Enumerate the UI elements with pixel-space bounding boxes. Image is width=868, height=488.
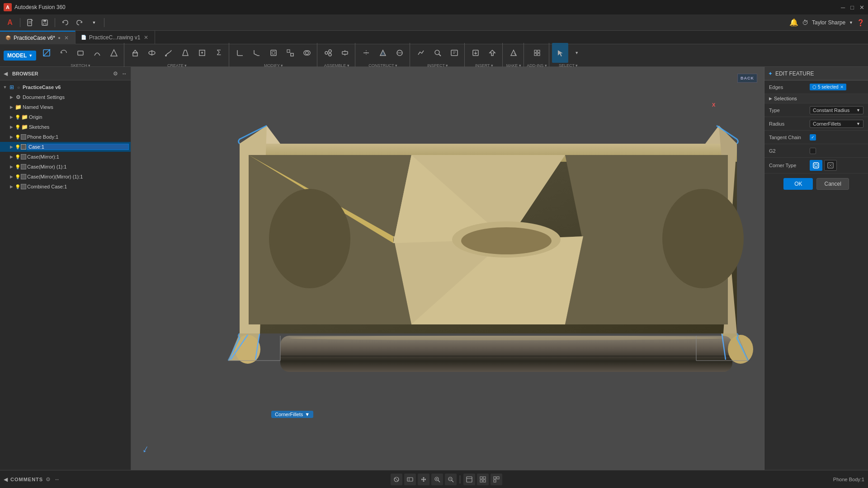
undo-toolbar-btn[interactable] [56, 43, 72, 63]
comments-settings-icon[interactable]: ⚙ [46, 476, 51, 483]
corner-type-btn-1[interactable] [810, 160, 822, 171]
assemble-btn2[interactable] [337, 43, 353, 63]
vis-combined[interactable]: 💡 [14, 183, 21, 190]
comments-expand-icon[interactable]: ↔ [54, 476, 60, 483]
insert-btn2[interactable] [484, 43, 500, 63]
vis-case1[interactable]: 💡 [14, 144, 21, 150]
ef-type-dropdown[interactable]: Constant Radius ▼ [810, 106, 863, 114]
vc-zoom-btn[interactable] [431, 474, 443, 485]
clock-icon[interactable]: ⏱ [802, 19, 808, 26]
file-btn[interactable] [24, 16, 37, 29]
sketch-create-btn[interactable] [39, 43, 55, 63]
shell-btn[interactable] [265, 43, 282, 63]
svg-marker-9 [111, 50, 117, 56]
user-name[interactable]: Taylor Sharpe [812, 19, 845, 26]
vis-case-mirror2[interactable]: 💡 [14, 164, 21, 170]
extrude-btn[interactable] [127, 43, 143, 63]
browser-panel-toggle[interactable]: ◀ [4, 476, 8, 483]
vc-view-btn[interactable] [404, 474, 416, 485]
make-btn1[interactable] [505, 43, 522, 63]
tree-item-origin[interactable]: ▶ 💡 📁 Origin [0, 112, 131, 122]
tree-item-case-mirror3[interactable]: ▶ 💡 Case(Mirror)(Mirror) (1):1 [0, 172, 131, 182]
nav-cube-back-face[interactable]: BACK [737, 74, 757, 83]
close-btn[interactable]: ✕ [859, 4, 864, 11]
notification-icon[interactable]: 🔔 [789, 18, 798, 27]
tab-drawing[interactable]: 📄 PracticeC...rawing v1 ✕ [75, 31, 155, 44]
browser-collapse-icon[interactable]: ◀ [4, 70, 8, 77]
ef-tangent-checkbox[interactable]: ✓ [810, 134, 816, 141]
stop-sketch-btn[interactable] [106, 43, 122, 63]
ef-edges-tag[interactable]: ⬡ 5 selected ✕ [810, 84, 846, 90]
rect-toolbar-btn[interactable] [72, 43, 89, 63]
tab-close-1[interactable]: ✕ [63, 35, 70, 41]
help-icon[interactable]: ❓ [857, 19, 864, 26]
corner-fillet-tooltip[interactable]: CornerFillets ▼ [271, 411, 313, 418]
inspect-btn3[interactable] [446, 43, 462, 63]
cancel-button[interactable]: Cancel [816, 178, 849, 190]
maximize-btn[interactable]: □ [850, 4, 854, 11]
construct-btn2[interactable] [375, 43, 391, 63]
ef-selections-section[interactable]: ▶ Selections [764, 94, 868, 103]
vis-sketches[interactable]: 💡 [14, 124, 21, 130]
vc-zoom-extent-btn[interactable] [445, 474, 457, 485]
tab-close-2[interactable]: ✕ [143, 34, 149, 41]
select-btn[interactable] [552, 43, 568, 63]
combine-btn[interactable] [299, 43, 315, 63]
redo-dropdown-btn[interactable]: ▼ [88, 16, 100, 29]
tree-item-case-mirror[interactable]: ▶ 💡 Case(Mirror):1 [0, 152, 131, 162]
scale-btn[interactable] [282, 43, 298, 63]
assemble-btn1[interactable] [320, 43, 336, 63]
ef-edges-clear[interactable]: ✕ [840, 84, 844, 89]
vis-case-mirror[interactable]: 💡 [14, 154, 21, 160]
model-mode-btn[interactable]: MODEL ▼ [4, 51, 36, 61]
insert-btn1[interactable] [467, 43, 484, 63]
revolve-btn[interactable] [144, 43, 160, 63]
tree-label-case1[interactable]: Case:1 [27, 144, 129, 150]
browser-expand-icon[interactable]: ↔ [122, 70, 127, 77]
ef-radius-dropdown[interactable]: CornerFillets ▼ [810, 120, 863, 128]
app-icon-btn[interactable]: A [4, 16, 16, 29]
tree-item-phone-body[interactable]: ▶ 💡 Phone Body:1 [0, 132, 131, 142]
corner-type-btn-2[interactable] [824, 160, 837, 171]
navigation-cube[interactable]: BACK X [712, 74, 757, 119]
chamfer-btn[interactable] [249, 43, 265, 63]
inspect-btn2[interactable] [429, 43, 446, 63]
sweep-btn[interactable] [160, 43, 177, 63]
vc-pan-btn[interactable] [418, 474, 429, 485]
addins-btn[interactable] [529, 43, 545, 63]
vc-display-mode-btn[interactable] [463, 474, 475, 485]
tab-practicecase[interactable]: 📦 PracticeCase v6* ● ✕ [0, 31, 75, 44]
tree-item-combined[interactable]: ▶ 💡 Combined Case:1 [0, 182, 131, 192]
save-btn[interactable] [38, 16, 51, 29]
redo-btn[interactable] [73, 16, 86, 29]
vc-orbit-btn[interactable] [391, 474, 402, 485]
tree-item-named-views[interactable]: ▶ 📁 Named Views [0, 102, 131, 112]
construct-btn3[interactable] [392, 43, 408, 63]
tree-item-sketches[interactable]: ▶ 💡 📁 Sketches [0, 122, 131, 132]
press-pull-btn[interactable] [194, 43, 210, 63]
vc-grid-btn[interactable] [477, 474, 489, 485]
tree-item-case-mirror2[interactable]: ▶ 💡 Case(Mirror) (1):1 [0, 162, 131, 172]
undo-btn[interactable] [59, 16, 71, 29]
construct-btn1[interactable] [358, 43, 374, 63]
sum-btn[interactable]: Σ [211, 43, 227, 63]
user-dropdown[interactable]: ▼ [849, 20, 853, 25]
vc-environment-btn[interactable] [491, 474, 502, 485]
viewport[interactable]: CornerFillets ▼ ↑ BACK X [131, 67, 764, 470]
loft-btn[interactable] [177, 43, 193, 63]
select-dropdown-btn[interactable]: ▼ [569, 43, 585, 63]
minimize-btn[interactable]: ─ [841, 4, 845, 11]
vis-case-mirror3[interactable]: 💡 [14, 174, 21, 180]
inspect-btn1[interactable] [413, 43, 429, 63]
tree-item-root[interactable]: ▼ ⊞ ○ PracticeCase v6 [0, 82, 131, 92]
tree-item-doc-settings[interactable]: ▶ ⚙ Document Settings [0, 92, 131, 102]
ok-button[interactable]: OK [783, 178, 813, 190]
fillet-btn[interactable] [232, 43, 248, 63]
browser-settings-icon[interactable]: ⚙ [113, 70, 118, 77]
visibility-root[interactable]: ○ [15, 84, 22, 90]
vis-origin[interactable]: 💡 [14, 114, 21, 120]
tree-item-case1[interactable]: ▶ 💡 Case:1 [0, 142, 131, 152]
ef-g2-checkbox[interactable] [810, 148, 816, 154]
arc-toolbar-btn[interactable] [89, 43, 105, 63]
vis-phone[interactable]: 💡 [14, 134, 21, 140]
